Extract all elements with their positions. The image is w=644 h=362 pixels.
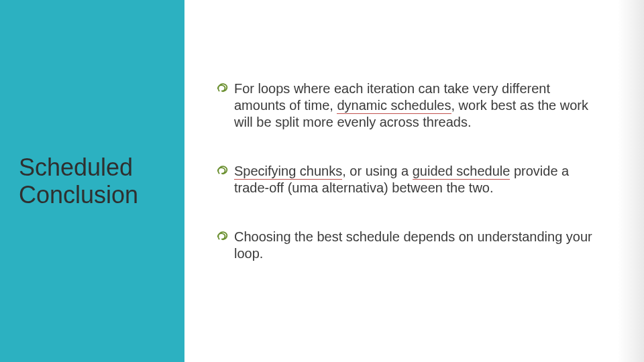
text-run: Choosing the best schedule depends on un…: [234, 229, 592, 261]
slide-title: Scheduled Conclusion: [19, 154, 184, 209]
bullet-text: Choosing the best schedule depends on un…: [234, 229, 592, 261]
bullet-item: For loops where each iteration can take …: [217, 80, 604, 131]
underlined-text: dynamic schedules: [337, 98, 451, 114]
underlined-text: guided schedule: [413, 164, 511, 180]
scrawl-bullet-icon: [217, 231, 229, 243]
bullet-text: Specifying chunks, or using a guided sch…: [234, 164, 569, 195]
title-panel: Scheduled Conclusion: [0, 0, 184, 362]
scrawl-bullet-icon: [217, 165, 229, 177]
bullet-text: For loops where each iteration can take …: [234, 81, 588, 129]
slide: Scheduled Conclusion For loops where eac…: [0, 0, 644, 362]
bullet-item: Specifying chunks, or using a guided sch…: [217, 163, 604, 196]
content-area: For loops where each iteration can take …: [184, 0, 644, 362]
underlined-text: Specifying chunks: [234, 164, 342, 180]
text-run: , or using a: [342, 164, 413, 178]
bullet-item: Choosing the best schedule depends on un…: [217, 229, 604, 262]
scrawl-bullet-icon: [217, 82, 229, 95]
